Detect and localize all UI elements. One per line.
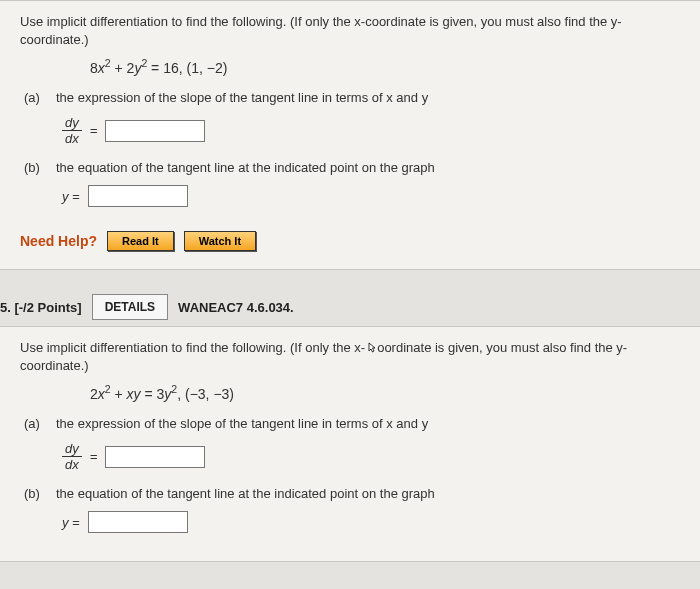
q1-intro: Use implicit differentiation to find the… [20,13,680,49]
equals-sign: = [90,449,98,464]
q2-points: 5. [-/2 Points] [0,300,82,315]
question-1: Use implicit differentiation to find the… [0,0,700,270]
q1-partA-input[interactable] [105,120,205,142]
q1-part-b-label: (b) [24,160,48,175]
dy-dx-fraction: dy dx [62,115,82,146]
question-2: Use implicit differentiation to find the… [0,326,700,562]
q2-intro-a: Use implicit differentiation to find the… [20,340,365,355]
q2-part-b-label: (b) [24,486,48,501]
frac-num: dy [62,115,82,131]
y-equals: y = [62,189,80,204]
frac-den: dx [62,131,82,146]
q2-code: WANEAC7 4.6.034. [178,300,294,315]
equals-sign: = [90,123,98,138]
frac-den: dx [62,457,82,472]
q1-part-a-text: the expression of the slope of the tange… [56,90,428,105]
q1-equation: 8x2 + 2y2 = 16, (1, −2) [90,57,680,76]
q2-equation: 2x2 + xy = 3y2, (−3, −3) [90,383,680,402]
q2-header: 5. [-/2 Points] DETAILS WANEAC7 4.6.034. [0,290,700,326]
q2-partA-input[interactable] [105,446,205,468]
details-button[interactable]: DETAILS [92,294,168,320]
q1-partB-input[interactable] [88,185,188,207]
q1-part-b: (b) the equation of the tangent line at … [20,160,680,207]
need-help-row: Need Help? Read It Watch It [20,231,680,251]
dy-dx-fraction: dy dx [62,441,82,472]
q2-part-a: (a) the expression of the slope of the t… [20,416,680,472]
q2-part-b-text: the equation of the tangent line at the … [56,486,435,501]
need-help-label: Need Help? [20,233,97,249]
cursor-icon [365,341,377,355]
q2-partB-input[interactable] [88,511,188,533]
q2-part-a-label: (a) [24,416,48,431]
watch-it-button[interactable]: Watch It [184,231,256,251]
q1-part-b-text: the equation of the tangent line at the … [56,160,435,175]
q2-intro: Use implicit differentiation to find the… [20,339,680,375]
y-equals: y = [62,515,80,530]
q2-part-a-text: the expression of the slope of the tange… [56,416,428,431]
q1-part-a-label: (a) [24,90,48,105]
q2-part-b: (b) the equation of the tangent line at … [20,486,680,533]
frac-num: dy [62,441,82,457]
read-it-button[interactable]: Read It [107,231,174,251]
q1-part-a: (a) the expression of the slope of the t… [20,90,680,146]
